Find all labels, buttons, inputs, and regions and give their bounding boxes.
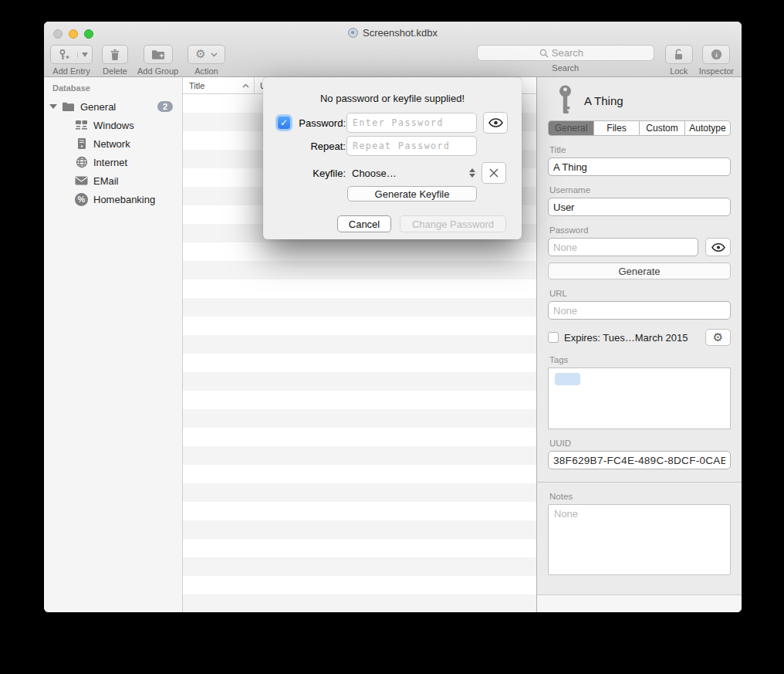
action-button[interactable]: ⚙ [188, 45, 225, 64]
column-header-title[interactable]: Title [183, 77, 255, 93]
add-entry-dropdown[interactable] [77, 52, 92, 57]
tag-pill[interactable] [555, 373, 580, 385]
action-label: Action [194, 66, 218, 76]
dialog-repeat-label: Repeat: [293, 141, 346, 152]
sidebar-item-label: EMail [93, 175, 119, 187]
check-icon: ✓ [280, 117, 288, 128]
password-field[interactable] [548, 238, 698, 256]
entry-title: A Thing [584, 94, 623, 107]
folder-plus-icon [151, 49, 165, 60]
gear-icon: ⚙ [713, 332, 723, 344]
sidebar-item-label: Homebanking [93, 194, 155, 205]
generate-password-button[interactable]: Generate [548, 262, 731, 279]
lock-button[interactable] [665, 45, 693, 64]
column-label: Title [189, 81, 204, 90]
info-icon: i [711, 49, 722, 60]
percent-icon: % [75, 193, 88, 206]
tab-general[interactable]: General [549, 121, 594, 135]
add-entry-label: Add Entry [52, 66, 90, 76]
title-field[interactable] [548, 157, 731, 176]
generate-keyfile-button[interactable]: Generate Keyfile [347, 186, 477, 202]
document-proxy-icon [348, 28, 358, 38]
lock-open-icon [674, 49, 684, 60]
window-title: Screenshot.kdbx [363, 27, 438, 39]
tab-files[interactable]: Files [594, 121, 640, 135]
sidebar-item-label: Internet [93, 157, 127, 168]
folder-icon [62, 100, 75, 113]
add-group-label: Add Group [137, 66, 178, 76]
uuid-label: UUID [549, 439, 729, 448]
window-chrome: Screenshot.kdbx Add Entry [44, 22, 742, 77]
search-field[interactable] [477, 45, 654, 61]
dialog-keyfile-label: Keyfile: [293, 168, 346, 179]
inspector-label: Inspector [699, 66, 734, 76]
delete-button[interactable] [102, 45, 128, 64]
cancel-button[interactable]: Cancel [337, 215, 391, 232]
sidebar: Database General 2 Windows Network [44, 77, 183, 612]
divider [537, 482, 742, 483]
popup-stepper-icon[interactable] [469, 168, 475, 178]
lock-label: Lock [670, 66, 688, 76]
key-icon [557, 85, 573, 116]
dialog-password-label: Password: [293, 117, 346, 129]
eye-icon [488, 118, 503, 127]
url-field[interactable] [548, 301, 731, 320]
sort-ascending-icon [242, 83, 249, 88]
inspector-panel: A Thing General Files Custom Autotype Ti… [537, 77, 742, 612]
close-x-icon [489, 168, 498, 178]
sidebar-item-general[interactable]: General 2 [44, 97, 182, 116]
windows-icon [75, 119, 88, 132]
sidebar-item-label: General [80, 101, 116, 113]
inspector-button[interactable]: i [702, 45, 730, 64]
toolbar: Add Entry Delete Add Group [44, 42, 742, 77]
reveal-password-button[interactable] [705, 238, 731, 256]
tab-autotype[interactable]: Autotype [685, 121, 730, 135]
eye-icon [711, 243, 725, 252]
add-entry-button[interactable] [50, 45, 93, 64]
dialog-repeat-input[interactable] [346, 136, 477, 156]
dialog-reveal-password-button[interactable] [483, 112, 508, 134]
change-password-dialog: No password or keyfile supplied! ✓ Passw… [263, 77, 522, 239]
trash-icon [110, 49, 120, 61]
sidebar-item-network[interactable]: Network [44, 134, 182, 153]
title-field-label: Title [549, 145, 729, 154]
tab-custom[interactable]: Custom [640, 121, 685, 135]
sidebar-item-internet[interactable]: Internet [44, 153, 182, 171]
disclosure-triangle-icon[interactable] [49, 104, 57, 109]
expires-settings-button[interactable]: ⚙ [705, 329, 731, 346]
sidebar-item-email[interactable]: EMail [44, 171, 182, 190]
keyfile-popup-button[interactable]: Choose… [352, 168, 397, 179]
uuid-field[interactable] [548, 451, 731, 469]
dialog-message: No password or keyfile supplied! [263, 93, 522, 104]
search-icon [539, 49, 549, 58]
url-field-label: URL [549, 289, 729, 298]
key-plus-icon [51, 49, 77, 61]
notes-field[interactable] [548, 504, 731, 575]
change-password-button[interactable]: Change Password [400, 215, 506, 232]
entry-count-badge: 2 [157, 101, 173, 112]
expires-label: Expires: Tues…March 2015 [564, 332, 688, 344]
username-field[interactable] [548, 198, 731, 216]
sidebar-item-homebanking[interactable]: % Homebanking [44, 190, 182, 208]
delete-label: Delete [103, 66, 127, 76]
sidebar-item-label: Network [93, 138, 130, 150]
chevron-down-icon [211, 52, 218, 57]
clear-keyfile-button[interactable] [482, 162, 506, 184]
username-field-label: Username [549, 185, 729, 195]
envelope-icon [75, 174, 88, 188]
password-checkbox[interactable]: ✓ [278, 117, 290, 129]
gear-icon: ⚙ [195, 49, 205, 60]
password-field-label: Password [549, 225, 729, 235]
notes-label: Notes [549, 492, 729, 501]
search-label: Search [552, 63, 579, 73]
search-input[interactable] [552, 47, 592, 59]
expires-checkbox[interactable] [548, 332, 559, 343]
sidebar-item-label: Windows [93, 120, 134, 131]
dialog-password-input[interactable] [346, 113, 477, 133]
tags-box[interactable] [548, 367, 731, 429]
add-group-button[interactable] [144, 45, 173, 64]
sidebar-section-header: Database [44, 83, 182, 97]
server-icon [75, 137, 88, 151]
inspector-footer [537, 594, 742, 612]
sidebar-item-windows[interactable]: Windows [44, 116, 182, 134]
